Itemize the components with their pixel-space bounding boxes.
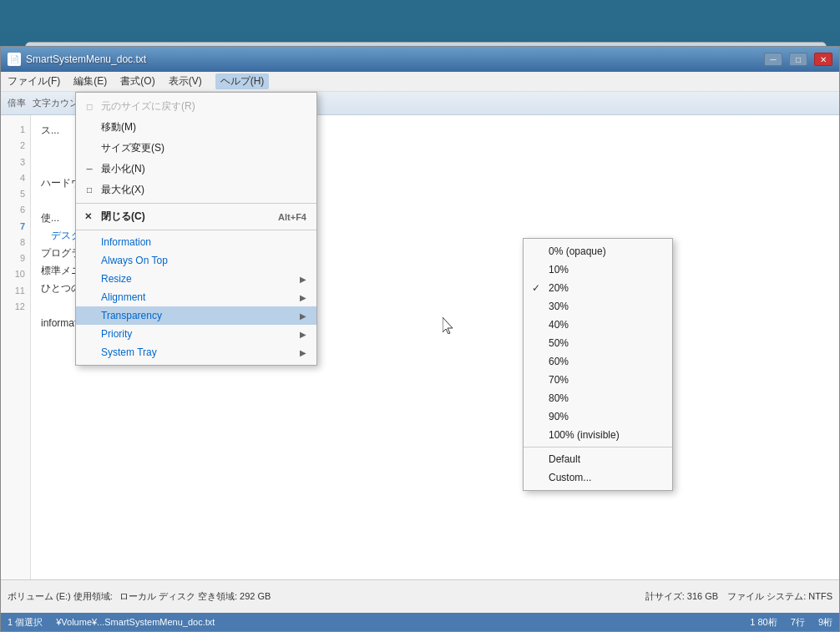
text-editor-titlebar: 📄 SmartSystemMenu_doc.txt ─ □ ✕ <box>1 47 839 72</box>
line-num-4: 4 <box>6 170 25 186</box>
submenu-10-label: 10% <box>549 264 569 276</box>
submenu-60-label: 60% <box>549 356 569 367</box>
line-num-10: 10 <box>6 266 25 282</box>
submenu-invisible-label: 100% (invisible) <box>549 429 620 441</box>
menu-information[interactable]: Information <box>76 233 316 251</box>
submenu-invisible[interactable]: ✓ 100% (invisible) <box>524 426 672 444</box>
submenu-sep-1 <box>524 447 672 447</box>
menu-priority[interactable]: Priority ▶ <box>76 325 316 343</box>
close-x-mark: ✕ <box>84 211 92 222</box>
line-num-1: 1 <box>6 122 25 138</box>
status-col: 1 80桁 <box>750 616 777 629</box>
menu-resize2-label: Resize <box>101 273 132 285</box>
menu-move[interactable]: 移動(M) <box>76 117 316 138</box>
menu-resize2[interactable]: Resize ▶ <box>76 270 316 288</box>
submenu-30[interactable]: ✓ 30% <box>524 297 672 316</box>
menu-restore-label: 元のサイズに戻す(R) <box>101 99 195 114</box>
volume-info: ローカル ディスク 空き領域: 292 GB <box>119 590 271 603</box>
bottom-panel: ボリューム (E:) 使用領域: ローカル ディスク 空き領域: 292 GB … <box>1 579 839 613</box>
submenu-80[interactable]: ✓ 80% <box>524 389 672 407</box>
line-numbers: 1 2 3 4 5 6 7 8 9 10 11 12 <box>1 115 31 591</box>
toolbar-label: 倍率 <box>8 97 26 109</box>
menu-edit[interactable]: 編集(E) <box>73 74 107 88</box>
submenu-custom[interactable]: ✓ Custom... <box>524 468 672 487</box>
menu-help[interactable]: ヘルプ(H) <box>215 73 270 89</box>
submenu-70-label: 70% <box>549 374 569 386</box>
text-editor-icon: 📄 <box>8 53 21 66</box>
menu-system-tray[interactable]: System Tray ▶ <box>76 343 316 362</box>
line-num-8: 8 <box>6 235 25 250</box>
line-num-2: 2 <box>6 138 25 154</box>
editor-statusbar: 1 個選択 ¥Volume¥...SmartSystemMenu_doc.txt… <box>1 613 839 631</box>
status-selection: 1 個選択 <box>8 616 43 629</box>
editor-maximize-btn[interactable]: □ <box>789 53 807 66</box>
submenu-80-label: 80% <box>549 392 569 404</box>
line-num-9: 9 <box>6 250 25 266</box>
menu-alignment[interactable]: Alignment ▶ <box>76 288 316 306</box>
menu-close[interactable]: ✕ 閉じる(C) Alt+F4 <box>76 206 316 227</box>
menu-transparency[interactable]: Transparency ▶ <box>76 306 316 325</box>
volume-label: ボリューム (E:) 使用領域: <box>8 590 113 603</box>
line-num-12: 12 <box>6 299 25 315</box>
t20-check: ✓ <box>532 282 540 294</box>
system-info: 計サイズ: 316 GB ファイル システム: NTFS <box>645 590 832 603</box>
submenu-10[interactable]: ✓ 10% <box>524 260 672 279</box>
transparency-arrow: ▶ <box>300 311 306 321</box>
submenu-50[interactable]: ✓ 50% <box>524 334 672 352</box>
context-menu-popup: ◻ 元のサイズに戻す(R) 移動(M) サイズ変更(S) ─ 最小化(N) □ … <box>75 92 317 366</box>
resize2-arrow: ▶ <box>300 275 306 284</box>
submenu-40[interactable]: ✓ 40% <box>524 316 672 334</box>
status-total: 9桁 <box>818 616 832 629</box>
minimize-icon: ─ <box>83 163 96 176</box>
menu-view[interactable]: 表示(V) <box>169 74 202 88</box>
editor-minimize-btn[interactable]: ─ <box>764 53 782 66</box>
submenu-default-label: Default <box>549 453 580 465</box>
menu-size-label: サイズ変更(S) <box>101 141 164 155</box>
menu-file[interactable]: ファイル(F) <box>8 74 60 88</box>
menu-priority-label: Priority <box>101 328 132 340</box>
line-num-6: 6 <box>6 202 25 218</box>
text-editor-title: SmartSystemMenu_doc.txt <box>26 53 757 65</box>
line-num-5: 5 <box>6 186 25 202</box>
editor-close-btn[interactable]: ✕ <box>814 53 832 66</box>
menu-size[interactable]: サイズ変更(S) <box>76 138 316 159</box>
menu-close-label: 閉じる(C) <box>101 210 145 224</box>
submenu-70[interactable]: ✓ 70% <box>524 371 672 389</box>
submenu-90[interactable]: ✓ 90% <box>524 407 672 426</box>
submenu-custom-label: Custom... <box>549 472 591 483</box>
submenu-opaque-label: 0% (opaque) <box>549 245 606 257</box>
submenu-90-label: 90% <box>549 411 569 422</box>
system-tray-arrow: ▶ <box>300 348 306 357</box>
status-line: 7行 <box>791 616 805 629</box>
priority-arrow: ▶ <box>300 330 306 339</box>
submenu-60[interactable]: ✓ 60% <box>524 352 672 371</box>
editor-menubar: ファイル(F) 編集(E) 書式(O) 表示(V) ヘルプ(H) <box>1 72 839 92</box>
line-num-3: 3 <box>6 154 25 170</box>
line-num-7: 7 <box>6 219 25 235</box>
menu-maximize[interactable]: □ 最大化(X) <box>76 179 316 200</box>
menu-minimize-label: 最小化(N) <box>101 162 145 176</box>
menu-system-tray-label: System Tray <box>101 346 157 358</box>
transparency-submenu: ✓ 0% (opaque) ✓ 10% ✓ 20% ✓ 30% ✓ 40% ✓ … <box>523 238 673 491</box>
maximize-icon: □ <box>83 184 96 197</box>
menu-sep-1 <box>76 203 316 204</box>
menu-always-on-top-label: Always On Top <box>101 255 168 266</box>
menu-sep-2 <box>76 230 316 230</box>
menu-maximize-label: 最大化(X) <box>101 183 144 197</box>
submenu-opaque[interactable]: ✓ 0% (opaque) <box>524 242 672 260</box>
submenu-default[interactable]: ✓ Default <box>524 450 672 468</box>
menu-alignment-label: Alignment <box>101 291 145 303</box>
menu-minimize[interactable]: ─ 最小化(N) <box>76 159 316 179</box>
menu-move-label: 移動(M) <box>101 120 136 134</box>
close-shortcut: Alt+F4 <box>278 212 306 222</box>
menu-always-on-top[interactable]: Always On Top <box>76 251 316 270</box>
submenu-20-label: 20% <box>549 282 569 294</box>
line-num-11: 11 <box>6 283 25 299</box>
restore-icon: ◻ <box>83 100 96 114</box>
menu-information-label: Information <box>101 236 151 248</box>
menu-format[interactable]: 書式(O) <box>120 74 154 88</box>
submenu-20[interactable]: ✓ 20% <box>524 279 672 297</box>
alignment-arrow: ▶ <box>300 293 306 302</box>
menu-restore[interactable]: ◻ 元のサイズに戻す(R) <box>76 96 316 117</box>
status-filepath: ¥Volume¥...SmartSystemMenu_doc.txt <box>56 617 736 627</box>
